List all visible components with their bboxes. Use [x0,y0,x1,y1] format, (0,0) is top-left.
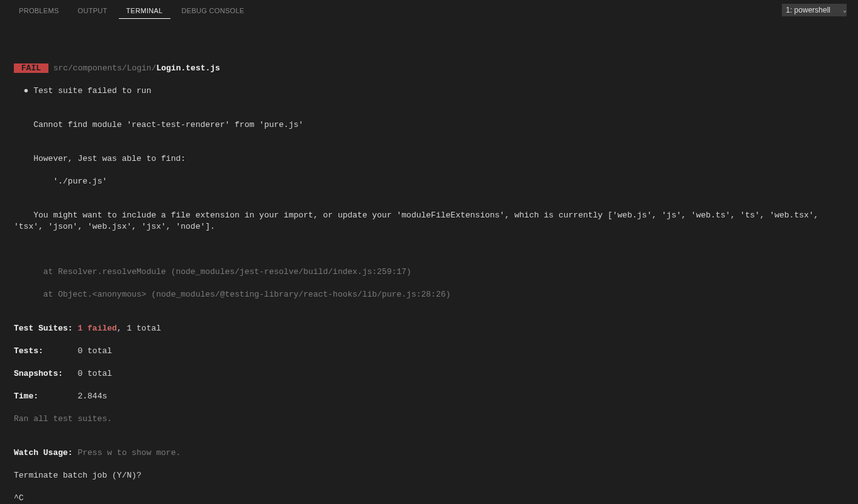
panel-tabs: PROBLEMS OUTPUT TERMINAL DEBUG CONSOLE 1… [0,0,858,20]
tests-label: Tests: [14,346,77,356]
error-line: However, Jest was able to find: [14,153,847,165]
terminal-shell-selected: 1: powershell [782,4,847,16]
terminate-line: Terminate batch job (Y/N)? [14,470,847,481]
fail-header: FAIL src/components/Login/Login.test.js [14,63,847,74]
ctrl-c: ^C [14,493,847,504]
terminal-shell-dropdown[interactable]: 1: powershell ⌄ [782,4,850,16]
tab-output[interactable]: OUTPUT [70,2,115,18]
error-line: './pure.js' [14,176,847,187]
snaps-label: Snapshots: [14,369,77,378]
watch-rest: Press w to show more. [77,448,181,457]
suites-label: Test Suites: [14,324,77,333]
fail-path: src/components/Login/ [53,63,157,73]
watch-label: Watch Usage: [14,448,77,457]
snapshots-value: 0 total [77,369,112,378]
fail-bullet: ● Test suite failed to run [14,85,847,97]
stack-line: at Resolver.resolveModule (node_modules/… [14,266,847,278]
fail-badge: FAIL [14,63,48,73]
summary-line: Tests: 0 total [14,346,847,357]
error-line: Cannot find module 'react-test-renderer'… [14,119,847,131]
tests-value: 0 total [77,346,112,356]
time-value: 2.844s [77,392,107,401]
suites-rest: , 1 total [117,324,161,333]
tab-terminal[interactable]: TERMINAL [119,2,170,19]
watch-line: Watch Usage: Press w to show more. [14,447,847,459]
time-label: Time: [14,392,77,401]
panel-tabs-left: PROBLEMS OUTPUT TERMINAL DEBUG CONSOLE [11,2,782,19]
stack-line: at Object.<anonymous> (node_modules/@tes… [14,289,847,300]
tab-problems[interactable]: PROBLEMS [11,2,67,18]
error-hint: You might want to include a file extensi… [14,210,847,233]
ran-line: Ran all test suites. [14,414,847,425]
suites-failed: 1 failed [77,324,116,333]
terminal-viewport[interactable]: FAIL src/components/Login/Login.test.js … [0,20,858,504]
fail-file: Login.test.js [156,63,220,73]
summary-line: Time: 2.844s [14,391,847,402]
tab-debug-console[interactable]: DEBUG CONSOLE [174,2,252,18]
summary-line: Test Suites: 1 failed, 1 total [14,323,847,334]
summary-line: Snapshots: 0 total [14,368,847,380]
